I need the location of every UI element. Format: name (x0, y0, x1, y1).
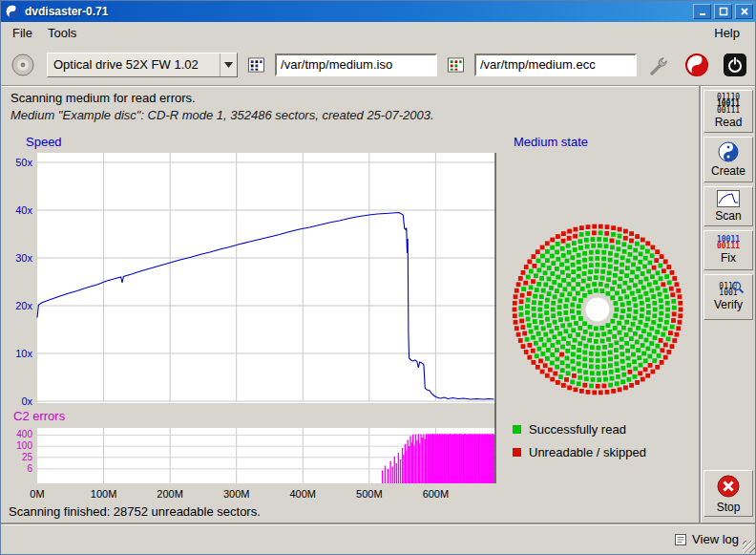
app-icon (5, 4, 20, 19)
svg-text:300M: 300M (223, 488, 250, 500)
yin-yang-icon (718, 141, 739, 162)
maximize-icon (719, 7, 728, 16)
menu-file[interactable]: File (5, 23, 40, 43)
magnifier-icon (731, 281, 745, 294)
svg-text:600M: 600M (423, 488, 450, 500)
image-file-input[interactable] (275, 53, 437, 76)
ecc-file-input[interactable] (474, 53, 637, 76)
svg-text:30x: 30x (15, 252, 32, 264)
view-log-button[interactable]: View log (673, 528, 740, 550)
scan-result-status: Scanning finished: 28752 unreadable sect… (9, 504, 261, 519)
scan-label: Scan (715, 209, 741, 223)
toolbar: Optical drive 52X FW 1.02 (1, 44, 756, 86)
verify-label: Verify (714, 298, 743, 311)
medium-info-line: Medium "Example disc": CD-R mode 1, 3524… (10, 108, 434, 122)
svg-text:50x: 50x (15, 157, 32, 168)
quit-button[interactable] (721, 51, 749, 79)
svg-text:40x: 40x (15, 204, 32, 216)
drive-combobox[interactable]: Optical drive 52X FW 1.02 (47, 53, 238, 77)
svg-text:0x: 0x (21, 395, 32, 407)
svg-text:10x: 10x (15, 348, 32, 359)
svg-text:0M: 0M (30, 488, 44, 500)
preferences-button[interactable] (646, 52, 673, 78)
status-line: Scanning medium for read errors. (10, 91, 196, 105)
legend-successfully-read: Successfully read (513, 422, 626, 437)
fix-label: Fix (721, 251, 736, 265)
window-title: dvdisaster-0.71 (25, 5, 690, 18)
create-label: Create (711, 164, 746, 178)
image-file-icon (247, 55, 265, 75)
menubar: File Tools Help (1, 22, 756, 44)
svg-text:25: 25 (22, 452, 33, 462)
dvdisaster-logo-icon (684, 53, 709, 77)
close-button[interactable] (735, 4, 753, 19)
scan-button[interactable]: Scan (704, 186, 753, 226)
binary-read-icon: 01110 10011 00111 (717, 94, 740, 114)
svg-text:500M: 500M (356, 488, 383, 500)
maximize-button[interactable] (714, 4, 732, 19)
stop-icon (716, 474, 741, 499)
svg-text:20x: 20x (15, 300, 32, 311)
resize-grip[interactable] (743, 541, 755, 553)
bottom-bar: View log (1, 524, 756, 555)
view-log-label: View log (692, 532, 739, 546)
svg-text:400M: 400M (289, 488, 316, 500)
wrench-icon (648, 53, 671, 76)
legend-bad-swatch (513, 448, 521, 457)
fix-button[interactable]: 10011 00111 Fix (704, 230, 753, 270)
verify-button[interactable]: 0110 1001 Verify (704, 274, 753, 320)
medium-state-disc (510, 222, 685, 397)
chevron-down-icon (220, 53, 237, 76)
svg-text:6: 6 (27, 463, 32, 474)
legend-ok-label: Successfully read (529, 422, 626, 437)
binary-fix-icon: 10011 00111 (717, 236, 740, 249)
legend-unreadable: Unreadable / skipped (513, 445, 646, 459)
legend-bad-label: Unreadable / skipped (529, 445, 646, 459)
svg-text:100M: 100M (91, 488, 117, 500)
svg-text:100: 100 (16, 440, 32, 451)
menu-tools[interactable]: Tools (40, 23, 84, 43)
minimize-icon (698, 7, 707, 16)
about-button[interactable] (682, 51, 711, 79)
minimize-button[interactable] (693, 4, 711, 19)
stop-label: Stop (717, 501, 741, 514)
read-button[interactable]: 01110 10011 00111 Read (704, 90, 753, 133)
legend-ok-swatch (513, 425, 521, 434)
log-icon (674, 533, 687, 546)
app-window: dvdisaster-0.71 File Tools Help Optical … (0, 0, 756, 555)
close-icon (740, 7, 749, 16)
create-button[interactable]: Create (704, 137, 753, 182)
read-label: Read (715, 116, 743, 129)
drive-combobox-value: Optical drive 52X FW 1.02 (48, 57, 220, 72)
titlebar[interactable]: dvdisaster-0.71 (1, 1, 756, 22)
stop-button[interactable]: Stop (704, 470, 753, 517)
ecc-file-icon (447, 55, 465, 75)
svg-text:400: 400 (16, 429, 32, 439)
drive-button[interactable] (9, 51, 37, 79)
svg-text:200M: 200M (157, 488, 183, 500)
sidebar-separator (699, 86, 701, 523)
power-icon (723, 53, 747, 77)
drive-icon (10, 53, 35, 77)
chart-icon (717, 190, 740, 207)
menu-help[interactable]: Help (706, 23, 747, 43)
